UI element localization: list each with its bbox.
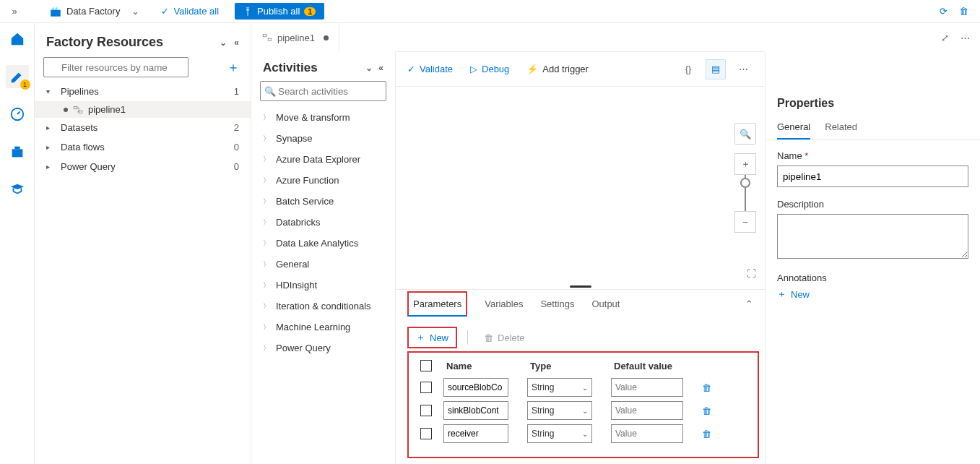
activity-category-label: Iteration & conditionals — [276, 301, 371, 312]
param-default-input[interactable] — [611, 378, 683, 397]
add-trigger-button[interactable]: ⚡Add trigger — [526, 64, 589, 74]
col-header-default: Default value — [614, 361, 693, 371]
tree-datasets[interactable]: ▸Datasets2 — [35, 118, 251, 137]
publish-all-label: Publish all — [257, 6, 300, 17]
activity-category[interactable]: 〉Iteration & conditionals — [251, 296, 395, 317]
param-type-select[interactable]: String⌄ — [527, 378, 592, 397]
param-row: String⌄🗑 — [420, 376, 746, 399]
tab-output[interactable]: Output — [591, 293, 620, 315]
rail-manage[interactable] — [6, 140, 29, 163]
chevron-down-icon[interactable]: ⌄ — [365, 63, 373, 73]
trash-icon[interactable]: 🗑 — [702, 382, 711, 393]
trash-icon[interactable]: 🗑 — [702, 429, 711, 439]
collapse-icon[interactable]: « — [378, 63, 383, 73]
row-checkbox[interactable] — [420, 428, 432, 439]
chevron-right-icon: 〉 — [263, 197, 270, 207]
param-name-input[interactable] — [443, 378, 508, 397]
tab-variables[interactable]: Variables — [485, 293, 523, 315]
code-view-button[interactable]: ▤ — [706, 59, 726, 80]
factory-icon — [49, 5, 62, 18]
data-factory-selector[interactable]: Data Factory ⌄ — [49, 5, 139, 18]
activity-category-label: Azure Function — [276, 175, 339, 186]
activity-category[interactable]: 〉General — [251, 254, 395, 275]
plus-icon: ＋ — [777, 288, 786, 301]
chevron-right-icon: 〉 — [263, 134, 270, 144]
props-tab-general[interactable]: General — [777, 117, 810, 139]
zoom-out-button[interactable]: − — [734, 211, 756, 233]
tree-item-pipeline1[interactable]: pipeline1 — [35, 101, 251, 118]
activity-category-label: Move & transform — [276, 112, 350, 123]
tab-parameters[interactable]: Parameters — [407, 291, 467, 317]
more-button[interactable]: ⋯ — [733, 59, 753, 80]
description-field[interactable] — [777, 214, 968, 259]
new-parameter-button[interactable]: ＋New — [407, 327, 457, 348]
canvas-search-button[interactable]: 🔍 — [734, 123, 756, 145]
param-name-input[interactable] — [443, 401, 508, 420]
activity-category-label: Batch Service — [276, 196, 334, 207]
param-type-select[interactable]: String⌄ — [527, 424, 592, 443]
tab-settings[interactable]: Settings — [540, 293, 574, 315]
activity-category[interactable]: 〉Batch Service — [251, 191, 395, 212]
svg-rect-9 — [268, 38, 272, 41]
trash-icon[interactable]: 🗑 — [702, 405, 711, 416]
more-icon[interactable]: ⋯ — [961, 33, 970, 43]
param-default-input[interactable] — [611, 401, 683, 420]
tree-powerquery[interactable]: ▸Power Query0 — [35, 157, 251, 176]
tree-dataflows[interactable]: ▸Data flows0 — [35, 137, 251, 157]
activity-category[interactable]: 〉Azure Data Explorer — [251, 149, 395, 170]
delete-icon[interactable]: 🗑 — [959, 6, 968, 17]
canvas[interactable]: 🔍 ＋ − ⛶ — [396, 87, 765, 285]
activity-category[interactable]: 〉HDInsight — [251, 275, 395, 296]
refresh-icon[interactable]: ⟳ — [940, 6, 948, 17]
zoom-thumb[interactable] — [740, 178, 750, 188]
brand-label: Data Factory — [66, 6, 120, 17]
rail-author[interactable]: 1 — [6, 65, 29, 88]
row-checkbox[interactable] — [420, 405, 432, 416]
name-field[interactable] — [777, 166, 968, 187]
activity-category[interactable]: 〉Azure Function — [251, 170, 395, 191]
chevron-down-icon[interactable]: ⌄ — [220, 38, 227, 48]
zoom-in-button[interactable]: ＋ — [734, 153, 756, 175]
activity-category-label: Machine Learning — [276, 322, 350, 332]
fullscreen-icon[interactable]: ⛶ — [747, 268, 756, 279]
activity-category[interactable]: 〉Databricks — [251, 212, 395, 233]
tab-pipeline1[interactable]: pipeline1 — [251, 23, 339, 52]
left-rail: 1 — [0, 23, 35, 464]
chevron-right-icon: 〉 — [263, 155, 270, 165]
param-type-select[interactable]: String⌄ — [527, 401, 592, 420]
activity-category[interactable]: 〉Power Query — [251, 338, 395, 358]
debug-button[interactable]: ▷Debug — [470, 64, 509, 74]
add-resource-button[interactable]: ＋ — [225, 59, 242, 76]
trash-icon: 🗑 — [484, 332, 493, 343]
expand-diag-icon[interactable]: ⤢ — [941, 33, 949, 43]
canvas-area: ✓Validate ▷Debug ⚡Add trigger {} ▤ ⋯ 🔍 ＋… — [396, 23, 765, 464]
chevron-down-icon: ⌄ — [582, 407, 588, 415]
tree-pipelines[interactable]: ▾Pipelines1 — [35, 82, 251, 101]
search-activities-input[interactable] — [260, 81, 386, 101]
rail-learn[interactable] — [6, 178, 29, 201]
new-annotation-button[interactable]: ＋New — [777, 288, 968, 301]
param-default-input[interactable] — [611, 424, 683, 443]
param-row: String⌄🗑 — [420, 422, 746, 445]
rail-monitor[interactable] — [6, 103, 29, 126]
select-all-checkbox[interactable] — [420, 360, 432, 371]
activity-category[interactable]: 〉Synapse — [251, 128, 395, 149]
props-tab-related[interactable]: Related — [825, 117, 857, 139]
expand-icon[interactable]: » — [6, 6, 23, 17]
filter-input[interactable] — [43, 57, 188, 77]
publish-all-button[interactable]: ⭱ Publish all 1 — [235, 3, 324, 20]
activity-category[interactable]: 〉Move & transform — [251, 107, 395, 128]
param-name-input[interactable] — [443, 424, 508, 443]
activity-category[interactable]: 〉Data Lake Analytics — [251, 233, 395, 254]
zoom-slider[interactable] — [745, 175, 746, 211]
collapse-icon[interactable]: « — [234, 38, 239, 48]
svg-marker-2 — [54, 7, 58, 10]
activity-category[interactable]: 〉Machine Learning — [251, 317, 395, 338]
collapse-panel-icon[interactable]: ⌃ — [745, 298, 753, 309]
validate-all-button[interactable]: ✓ Validate all — [154, 3, 226, 20]
rail-home[interactable] — [6, 27, 29, 51]
row-checkbox[interactable] — [420, 382, 432, 393]
annotations-label: Annotations — [777, 272, 968, 283]
json-view-button[interactable]: {} — [678, 59, 698, 80]
validate-button[interactable]: ✓Validate — [407, 64, 453, 74]
